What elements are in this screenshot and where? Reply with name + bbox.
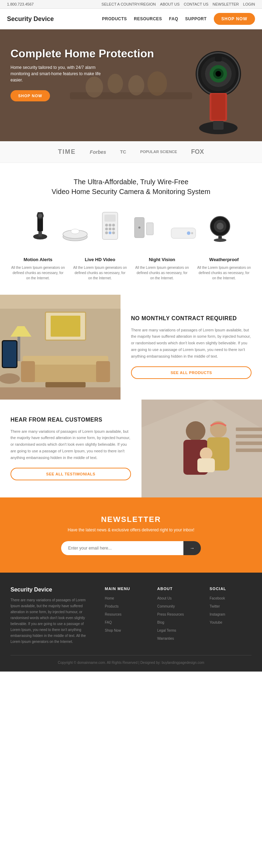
camera-tower-icon — [30, 210, 51, 242]
feature-motion-alerts: Motion Alerts All the Lorem Ipsum genera… — [7, 253, 69, 284]
svg-point-36 — [109, 231, 111, 234]
see-all-testimonials-button[interactable]: SEE ALL TESTIMONIALS — [10, 468, 131, 480]
feature-motion-title: Motion Alerts — [10, 257, 66, 262]
no-contract-body: There are many variations of passages of… — [131, 327, 252, 359]
svg-point-40 — [138, 227, 140, 229]
footer-instagram[interactable]: Instagram — [210, 612, 225, 616]
see-all-products-button[interactable]: SEE ALL PRODUCTS — [131, 366, 252, 379]
nav-products[interactable]: PRODUCTS — [102, 16, 127, 21]
product-round-cam — [208, 214, 232, 243]
products-showcase-row — [0, 203, 262, 250]
footer-logo: Security Device — [10, 587, 94, 593]
no-contract-title: NO MONTHLY CONTRACT REQUIRED — [131, 315, 252, 322]
svg-rect-73 — [236, 428, 262, 431]
footer-copyright: Copyright © domainname.com. All Rights R… — [10, 655, 252, 665]
footer-facebook[interactable]: Facebook — [210, 596, 225, 600]
footer-press[interactable]: Press Resources — [157, 612, 184, 616]
product-door-sensor — [131, 214, 159, 243]
hero-subtitle: Home security tailored to you, with 24/7… — [10, 64, 108, 83]
nav-support[interactable]: SUPPORT — [185, 16, 207, 21]
login-link[interactable]: LOGIN — [243, 2, 255, 6]
nav-faq[interactable]: FAQ — [169, 16, 178, 21]
time-logo: TIME — [58, 148, 76, 156]
feature-night-vision: Night Vision All the Lorem Ipsum generat… — [131, 253, 193, 284]
header: Security Device PRODUCTS RESOURCES FAQ S… — [0, 9, 262, 29]
newsletter-email-input[interactable] — [61, 541, 183, 555]
newsletter-subtitle: Have the latest news & exclusive offers … — [7, 528, 255, 532]
footer-main-menu-title: MAIN MENU — [105, 587, 147, 591]
family-photo-svg — [141, 400, 262, 497]
hero-shop-now-button[interactable]: SHOP NOW — [10, 90, 50, 101]
press-logos-bar: TIME Forbes TC POPULAR SCIENCE FOX — [0, 141, 262, 163]
svg-rect-54 — [23, 356, 108, 365]
product-keypad — [100, 210, 121, 243]
footer-warranties[interactable]: Warranties — [157, 637, 174, 640]
svg-point-43 — [191, 232, 193, 234]
footer-menu-shop-now[interactable]: Shop Now — [105, 629, 121, 632]
newsletter-submit-button[interactable]: → — [183, 541, 201, 555]
about-us-link[interactable]: ABOUT US — [160, 2, 180, 6]
svg-rect-18 — [215, 56, 222, 62]
footer-brand-col: Security Device There are many variation… — [10, 587, 94, 645]
testimonials-section: HEAR FROM REAL CUSTOMERS There are many … — [0, 400, 262, 497]
fox-logo: FOX — [191, 148, 204, 156]
footer-about-list: About Us Community Press Resources Blog … — [157, 595, 199, 641]
footer-menu-products[interactable]: Products — [105, 604, 118, 608]
svg-point-48 — [214, 238, 226, 242]
footer-twitter[interactable]: Twitter — [210, 604, 220, 608]
svg-point-42 — [187, 231, 190, 235]
footer-about-us[interactable]: About Us — [157, 596, 172, 600]
contact-us-link[interactable]: CONTACT US — [184, 2, 209, 6]
footer-main-menu-list: Home Products Resources FAQ Shop Now — [105, 595, 147, 633]
svg-rect-15 — [211, 94, 225, 120]
svg-point-31 — [112, 224, 115, 227]
feature-weatherproof: Weatherproof All the Lorem Ipsum generat… — [193, 253, 255, 284]
footer-menu-home[interactable]: Home — [105, 596, 114, 600]
svg-rect-75 — [236, 442, 262, 445]
footer-social-col: SOCIAL Facebook Twitter Instagram Youtub… — [210, 587, 252, 645]
feature-night-title: Night Vision — [134, 257, 190, 262]
keypad-icon — [100, 210, 121, 242]
footer-about-title: ABOUT — [157, 587, 199, 591]
footer-community[interactable]: Community — [157, 604, 175, 608]
header-shop-now-button[interactable]: SHOP NOW — [214, 13, 255, 25]
copyright-text: Copyright © domainname.com. All Rights R… — [58, 661, 204, 665]
door-sensor-icon — [131, 214, 159, 242]
footer-blog[interactable]: Blog — [157, 620, 164, 624]
footer-main-menu-col: MAIN MENU Home Products Resources FAQ Sh… — [105, 587, 147, 645]
top-bar-links: SELECT A COUNTRY/REGION ABOUT US CONTACT… — [102, 2, 255, 6]
feature-hd-title: Live HD Video — [73, 257, 128, 262]
svg-point-37 — [112, 231, 115, 234]
testimonials-body: There are many variations of passages of… — [10, 428, 131, 461]
footer-youtube[interactable]: Youtube — [210, 620, 222, 624]
svg-point-35 — [105, 231, 108, 234]
round-cam-icon — [208, 214, 232, 242]
footer-legal[interactable]: Legal Terms — [157, 629, 176, 632]
footer-social-list: Facebook Twitter Instagram Youtube — [210, 595, 252, 625]
svg-rect-59 — [17, 337, 20, 361]
svg-rect-74 — [236, 435, 262, 438]
camera-product-svg — [189, 35, 248, 140]
svg-point-12 — [216, 71, 221, 77]
living-room-svg — [0, 295, 121, 400]
techcrunch-logo: TC — [120, 149, 126, 155]
svg-rect-28 — [104, 215, 116, 222]
feature-weather-title: Weatherproof — [197, 257, 252, 262]
nav-resources[interactable]: RESOURCES — [134, 16, 162, 21]
footer-menu-faq[interactable]: FAQ — [105, 620, 112, 624]
product-camera-tower — [30, 210, 51, 243]
site-logo: Security Device — [7, 15, 54, 23]
svg-point-21 — [38, 214, 42, 218]
svg-point-29 — [105, 224, 108, 227]
product-headline: The Ultra-Affordable, Truly Wire-Free Vi… — [7, 177, 255, 196]
svg-rect-56 — [96, 361, 110, 382]
living-room-image — [0, 295, 121, 400]
feature-night-desc: All the Lorem Ipsum generators on define… — [134, 265, 190, 281]
country-selector[interactable]: SELECT A COUNTRY/REGION — [102, 2, 156, 6]
forbes-logo: Forbes — [90, 149, 106, 155]
feature-hd-desc: All the Lorem Ipsum generators on define… — [73, 265, 128, 281]
svg-rect-76 — [236, 449, 262, 452]
no-contract-section: NO MONTHLY CONTRACT REQUIRED There are m… — [0, 295, 262, 400]
newsletter-link-top[interactable]: NEWSLETTER — [213, 2, 239, 6]
footer-menu-resources[interactable]: Resources — [105, 612, 122, 616]
